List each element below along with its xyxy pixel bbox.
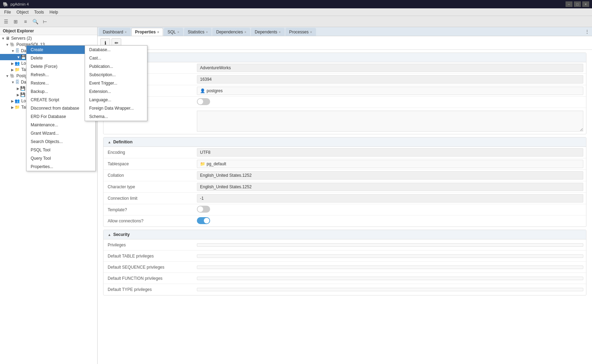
field-default-type-priv-row: Default TYPE privileges bbox=[103, 284, 586, 295]
template-value bbox=[194, 204, 586, 215]
chevron-postgres16: ▶ bbox=[17, 93, 20, 97]
servers-icon: 🖥 bbox=[6, 36, 10, 41]
tab-sql[interactable]: SQL × bbox=[164, 28, 183, 36]
conn-limit-field: -1 bbox=[197, 194, 583, 203]
field-privileges-row: Privileges bbox=[103, 239, 586, 251]
tab-overflow-button[interactable]: ⋮ bbox=[584, 28, 591, 35]
app-container: ☰ ⊞ ≡ 🔍 ⊢ Object Explorer ▼ 🖥 Servers (2… bbox=[0, 16, 592, 364]
default-seq-priv-value bbox=[194, 264, 586, 270]
menu-file[interactable]: File bbox=[1, 9, 14, 15]
search-button[interactable]: 🔍 bbox=[31, 17, 40, 26]
ts13-icon: 📁 bbox=[15, 67, 20, 72]
close-tab-processes[interactable]: × bbox=[310, 30, 312, 34]
owner-field: 👤 postgres bbox=[197, 87, 583, 95]
properties-toolbar: ℹ ✏ bbox=[98, 36, 592, 50]
sub-language[interactable]: Language... bbox=[85, 96, 147, 104]
query-button[interactable]: ⊢ bbox=[40, 17, 49, 26]
maximize-button[interactable]: □ bbox=[574, 1, 581, 7]
tree-item-servers[interactable]: ▼ 🖥 Servers (2) bbox=[0, 35, 97, 41]
comment-field[interactable] bbox=[197, 111, 583, 132]
properties-view-button[interactable]: ≡ bbox=[21, 17, 30, 26]
tab-dependencies[interactable]: Dependencies × bbox=[212, 28, 250, 36]
close-tab-dependents[interactable]: × bbox=[279, 30, 281, 34]
sub-subscription[interactable]: Subscription... bbox=[85, 71, 147, 79]
tab-processes[interactable]: Processes × bbox=[285, 28, 316, 36]
default-table-priv-label: Default TABLE privileges bbox=[103, 252, 194, 261]
window-controls[interactable]: − □ × bbox=[566, 1, 589, 7]
ctx-search-objects[interactable]: Search Objects... bbox=[26, 137, 95, 146]
postgres16-icon: 💾 bbox=[20, 92, 25, 97]
minimize-button[interactable]: − bbox=[566, 1, 572, 7]
object-explorer-toggle-button[interactable]: ☰ bbox=[1, 17, 10, 26]
tab-dependents[interactable]: Dependents × bbox=[251, 28, 285, 36]
chevron-pg16: ▼ bbox=[6, 74, 9, 78]
sub-foreign-data-wrapper[interactable]: Foreign Data Wrapper... bbox=[85, 104, 147, 112]
char-type-field: English_United States.1252 bbox=[197, 183, 583, 191]
chevron-db13: ▼ bbox=[11, 49, 15, 53]
menu-object[interactable]: Object bbox=[14, 9, 31, 15]
default-type-priv-field bbox=[197, 288, 583, 291]
owner-icon: 👤 bbox=[200, 88, 205, 93]
name-value: AdventureWorks bbox=[194, 62, 586, 73]
sub-cast[interactable]: Cast... bbox=[85, 54, 147, 62]
is-template-toggle[interactable] bbox=[197, 98, 210, 105]
ctx-psql-tool[interactable]: PSQL Tool bbox=[26, 146, 95, 154]
sub-database[interactable]: Database... bbox=[85, 46, 147, 54]
default-table-priv-value bbox=[194, 253, 586, 259]
ctx-maintenance[interactable]: Maintenance... bbox=[26, 121, 95, 129]
object-explorer-header: Object Explorer bbox=[0, 27, 97, 35]
tab-bar: Dashboard × Properties × SQL × Statistic… bbox=[98, 27, 592, 36]
field-allow-conn-row: Allow connections? bbox=[103, 215, 586, 227]
close-tab-properties[interactable]: × bbox=[157, 30, 159, 34]
sub-publication[interactable]: Publication... bbox=[85, 62, 147, 71]
field-oid-row: 16394 bbox=[103, 74, 586, 85]
chevron-ts16: ▶ bbox=[11, 105, 14, 109]
close-tab-dashboard[interactable]: × bbox=[125, 30, 127, 34]
app-title: pgAdmin 4 bbox=[10, 2, 566, 6]
field-tablespace-row: Tablespace 📁 pg_default bbox=[103, 158, 586, 170]
sub-extension[interactable]: Extension... bbox=[85, 87, 147, 96]
char-type-label: Character type bbox=[103, 182, 194, 191]
titlebar: 🐘 pgAdmin 4 − □ × bbox=[0, 0, 592, 8]
sub-schema[interactable]: Schema... bbox=[85, 112, 147, 121]
tab-statistics[interactable]: Statistics × bbox=[184, 28, 212, 36]
allow-conn-toggle[interactable] bbox=[197, 217, 210, 224]
login16-icon: 👥 bbox=[15, 98, 20, 103]
char-type-value: English_United States.1252 bbox=[194, 181, 586, 192]
chevron-db16: ▼ bbox=[11, 80, 15, 84]
field-name-row: AdventureWorks bbox=[103, 62, 586, 74]
privileges-field bbox=[197, 243, 583, 247]
field-template-row: Template? bbox=[103, 204, 586, 215]
sub-event-trigger[interactable]: Event Trigger... bbox=[85, 79, 147, 87]
menubar: File Object Tools Help bbox=[0, 8, 592, 16]
encoding-label: Encoding bbox=[103, 148, 194, 157]
app-icon: 🐘 bbox=[3, 2, 8, 7]
ctx-properties[interactable]: Properties... bbox=[26, 163, 95, 171]
tab-dashboard[interactable]: Dashboard × bbox=[99, 28, 131, 36]
default-func-priv-label: Default FUNCTION privileges bbox=[103, 274, 194, 283]
oid-value: 16394 bbox=[194, 74, 586, 85]
ts16-icon: 📁 bbox=[15, 105, 20, 110]
close-button[interactable]: × bbox=[582, 1, 589, 7]
tablespace-text: pg_default bbox=[207, 161, 226, 166]
owner-value-container: 👤 postgres bbox=[194, 85, 586, 96]
chevron-pg13: ▼ bbox=[6, 43, 9, 47]
close-tab-sql[interactable]: × bbox=[177, 30, 179, 34]
close-tab-statistics[interactable]: × bbox=[206, 30, 208, 34]
ctx-query-tool[interactable]: Query Tool bbox=[26, 154, 95, 163]
field-default-func-priv-row: Default FUNCTION privileges bbox=[103, 273, 586, 284]
ctx-grant-wizard[interactable]: Grant Wizard... bbox=[26, 129, 95, 137]
field-conn-limit-row: Connection limit -1 bbox=[103, 193, 586, 204]
aw16-icon: 💾 bbox=[20, 86, 25, 91]
menu-help[interactable]: Help bbox=[47, 9, 61, 15]
field-char-type-row: Character type English_United States.125… bbox=[103, 181, 586, 193]
tab-properties[interactable]: Properties × bbox=[131, 28, 163, 36]
main-panel: Dashboard × Properties × SQL × Statistic… bbox=[98, 27, 592, 364]
table-view-button[interactable]: ⊞ bbox=[11, 17, 20, 26]
owner-text: postgres bbox=[207, 88, 223, 93]
template-toggle[interactable] bbox=[197, 206, 210, 213]
menu-tools[interactable]: Tools bbox=[31, 9, 47, 15]
close-tab-dependencies[interactable]: × bbox=[244, 30, 246, 34]
main-toolbar: ☰ ⊞ ≡ 🔍 ⊢ bbox=[0, 16, 592, 27]
collation-value: English_United States.1252 bbox=[194, 170, 586, 181]
